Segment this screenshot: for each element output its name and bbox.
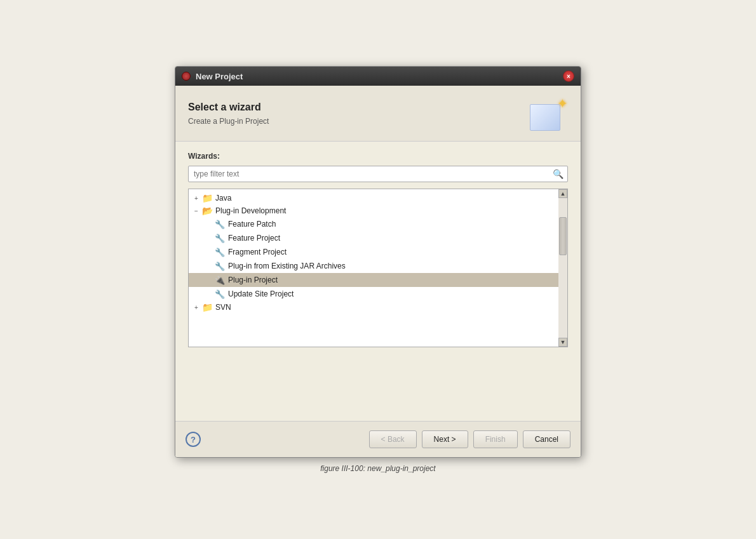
wizard-subtext: Create a Plug-in Project: [188, 117, 269, 126]
tree-item-plugin-development[interactable]: − 📂 Plug-in Development: [189, 204, 567, 217]
update-site-label: Update Site Project: [228, 289, 294, 298]
feature-project-label: Feature Project: [228, 234, 280, 243]
dialog: New Project × Select a wizard Create a P…: [175, 66, 581, 458]
dialog-wrapper: New Project × Select a wizard Create a P…: [175, 66, 581, 473]
scroll-down-arrow[interactable]: ▼: [558, 338, 567, 347]
wizard-icon-star: ✦: [557, 96, 568, 111]
scroll-up-arrow[interactable]: ▲: [558, 189, 567, 198]
filter-clear-icon[interactable]: 🔍: [549, 167, 567, 181]
tree-item-plugin-jar[interactable]: 🔧 Plug-in from Existing JAR Archives: [189, 259, 567, 273]
wizard-header: Select a wizard Create a Plug-in Project…: [175, 86, 581, 142]
plugin-project-label: Plug-in Project: [228, 276, 278, 284]
wizard-icon: ✦: [530, 96, 568, 131]
svn-folder-icon: 📁: [201, 303, 213, 312]
wizards-label: Wizards:: [188, 152, 568, 161]
plugin-dev-label: Plug-in Development: [215, 206, 286, 215]
plugin-jar-icon: 🔧: [214, 260, 226, 272]
feature-project-icon: 🔧: [214, 232, 226, 244]
button-bar: ? < Back Next > Finish Cancel: [175, 421, 581, 457]
fragment-project-icon: 🔧: [214, 246, 226, 258]
caption: figure III-100: new_plug-in_project: [320, 464, 435, 473]
fragment-project-label: Fragment Project: [228, 248, 287, 256]
tree-item-plugin-project[interactable]: 🔌 Plug-in Project: [189, 273, 567, 287]
plugin-jar-label: Plug-in from Existing JAR Archives: [228, 262, 346, 270]
wizard-heading: Select a wizard: [188, 102, 269, 113]
feature-patch-icon: 🔧: [214, 218, 226, 230]
plugin-project-icon: 🔌: [214, 274, 226, 286]
help-button[interactable]: ?: [186, 432, 201, 447]
java-folder-icon: 📁: [201, 194, 213, 203]
finish-button[interactable]: Finish: [473, 430, 518, 448]
tree-item-update-site[interactable]: 🔧 Update Site Project: [189, 287, 567, 301]
plugin-dev-folder-icon: 📂: [201, 206, 213, 215]
title-bar: New Project ×: [175, 67, 581, 86]
wizard-header-text: Select a wizard Create a Plug-in Project: [188, 102, 269, 126]
tree-container: + 📁 Java − 📂 Plug-in Development: [188, 189, 568, 347]
next-button[interactable]: Next >: [422, 430, 468, 448]
dialog-title: New Project: [196, 72, 243, 81]
java-toggle[interactable]: +: [191, 193, 201, 203]
cancel-button[interactable]: Cancel: [523, 430, 570, 448]
tree-item-feature-project[interactable]: 🔧 Feature Project: [189, 231, 567, 245]
svn-label: SVN: [215, 303, 231, 312]
update-site-icon: 🔧: [214, 288, 226, 300]
back-button[interactable]: < Back: [369, 430, 417, 448]
feature-patch-label: Feature Patch: [228, 220, 276, 229]
tree-item-fragment-project[interactable]: 🔧 Fragment Project: [189, 245, 567, 259]
scrollbar-thumb[interactable]: [559, 217, 567, 255]
svn-toggle[interactable]: +: [191, 302, 201, 312]
tree-inner: + 📁 Java − 📂 Plug-in Development: [189, 189, 567, 347]
content-area: Wizards: 🔍 + 📁 Java −: [175, 142, 581, 421]
scrollbar: ▲ ▼: [558, 189, 567, 347]
wizard-icon-image: [530, 104, 560, 131]
scrollbar-track: [558, 198, 567, 338]
tree-item-svn[interactable]: + 📁 SVN: [189, 301, 567, 314]
tree-item-feature-patch[interactable]: 🔧 Feature Patch: [189, 217, 567, 231]
spacer-area: [188, 347, 568, 411]
java-label: Java: [215, 194, 231, 203]
filter-bar: 🔍: [188, 166, 568, 182]
filter-input[interactable]: [189, 166, 549, 182]
title-bar-left: New Project: [182, 72, 243, 81]
title-bar-icon: [182, 72, 191, 81]
close-button[interactable]: ×: [563, 70, 574, 82]
tree-item-java[interactable]: + 📁 Java: [189, 192, 567, 204]
plugin-dev-toggle[interactable]: −: [191, 206, 201, 216]
